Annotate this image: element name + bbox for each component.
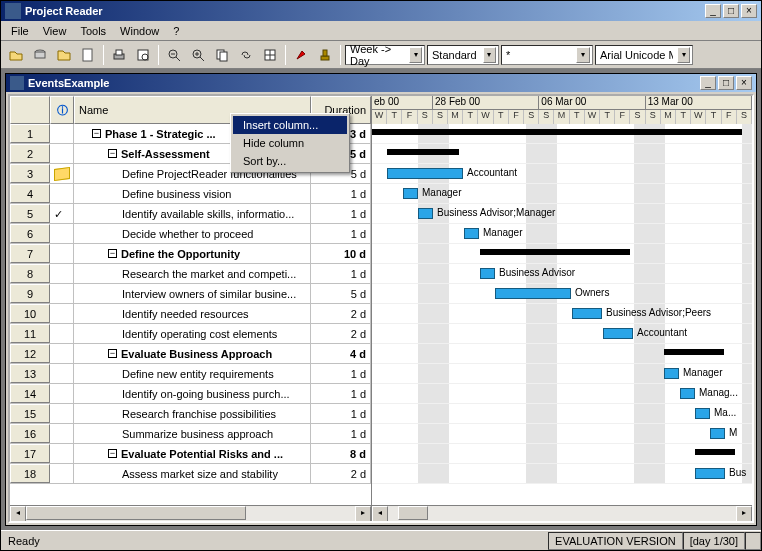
row-id[interactable]: 13: [10, 364, 50, 383]
column-header-id[interactable]: [10, 96, 50, 124]
table-row[interactable]: 10Identify needed resources2 d: [10, 304, 371, 324]
ctx-insert-column[interactable]: Insert column...: [233, 116, 347, 134]
ink-button[interactable]: [290, 44, 312, 66]
row-id[interactable]: 7: [10, 244, 50, 263]
titlebar[interactable]: Project Reader _ □ ×: [1, 1, 761, 21]
task-bar[interactable]: [572, 308, 602, 319]
row-id[interactable]: 6: [10, 224, 50, 243]
row-id[interactable]: 16: [10, 424, 50, 443]
row-id[interactable]: 9: [10, 284, 50, 303]
outline-toggle-icon[interactable]: −: [108, 149, 117, 158]
task-bar[interactable]: [464, 228, 479, 239]
table-row[interactable]: 7−Define the Opportunity10 d: [10, 244, 371, 264]
row-name[interactable]: Define business vision: [74, 184, 311, 203]
row-name[interactable]: Research franchise possibilities: [74, 404, 311, 423]
task-bar[interactable]: [495, 288, 571, 299]
table-row[interactable]: 8Research the market and competi...1 d: [10, 264, 371, 284]
row-id[interactable]: 18: [10, 464, 50, 483]
task-bar[interactable]: [695, 408, 710, 419]
table-row[interactable]: 11Identify operating cost elements2 d: [10, 324, 371, 344]
filter-combo[interactable]: Standard▾: [427, 45, 499, 65]
outline-toggle-icon[interactable]: −: [108, 249, 117, 258]
doc-button[interactable]: [77, 44, 99, 66]
row-name[interactable]: −Define the Opportunity: [74, 244, 311, 263]
outline-toggle-icon[interactable]: −: [108, 449, 117, 458]
menu-window[interactable]: Window: [114, 23, 165, 38]
table-row[interactable]: 5Identify available skills, informatio..…: [10, 204, 371, 224]
column-header-info[interactable]: ⓘ: [50, 96, 74, 124]
summary-bar[interactable]: [480, 249, 630, 255]
child-minimize-button[interactable]: _: [700, 76, 716, 90]
row-name[interactable]: Interview owners of similar busine...: [74, 284, 311, 303]
row-id[interactable]: 2: [10, 144, 50, 163]
menu-view[interactable]: View: [37, 23, 73, 38]
summary-bar[interactable]: [695, 449, 735, 455]
row-name[interactable]: Identify available skills, informatio...: [74, 204, 311, 223]
table-row[interactable]: 16Summarize business approach1 d: [10, 424, 371, 444]
row-id[interactable]: 12: [10, 344, 50, 363]
task-bar[interactable]: [710, 428, 725, 439]
ctx-sort-by[interactable]: Sort by...: [233, 152, 347, 170]
summary-bar[interactable]: [372, 129, 742, 135]
row-id[interactable]: 1: [10, 124, 50, 143]
row-id[interactable]: 8: [10, 264, 50, 283]
table-row[interactable]: 12−Evaluate Business Approach4 d: [10, 344, 371, 364]
row-name[interactable]: Identify needed resources: [74, 304, 311, 323]
folder-button[interactable]: [53, 44, 75, 66]
child-maximize-button[interactable]: □: [718, 76, 734, 90]
row-id[interactable]: 5: [10, 204, 50, 223]
task-bar[interactable]: [680, 388, 695, 399]
task-bar[interactable]: [695, 468, 725, 479]
maximize-button[interactable]: □: [723, 4, 739, 18]
menu-help[interactable]: ?: [167, 23, 185, 38]
print-button[interactable]: [108, 44, 130, 66]
row-id[interactable]: 11: [10, 324, 50, 343]
child-titlebar[interactable]: EventsExample _ □ ×: [6, 74, 756, 92]
stamp-button[interactable]: [314, 44, 336, 66]
database-button[interactable]: [29, 44, 51, 66]
row-name[interactable]: Decide whether to proceed: [74, 224, 311, 243]
font-combo[interactable]: Arial Unicode MS▾: [595, 45, 693, 65]
table-row[interactable]: 15Research franchise possibilities1 d: [10, 404, 371, 424]
zoom-combo[interactable]: Week -> Day▾: [345, 45, 425, 65]
table-row[interactable]: 18Assess market size and stability2 d: [10, 464, 371, 484]
row-id[interactable]: 14: [10, 384, 50, 403]
scroll-right-button[interactable]: ▸: [736, 506, 752, 521]
menu-tools[interactable]: Tools: [74, 23, 112, 38]
link-button[interactable]: [235, 44, 257, 66]
row-id[interactable]: 17: [10, 444, 50, 463]
table-row[interactable]: 13Define new entity requirements1 d: [10, 364, 371, 384]
table-row[interactable]: 6Decide whether to proceed1 d: [10, 224, 371, 244]
table-row[interactable]: 14Identify on-going business purch...1 d: [10, 384, 371, 404]
row-name[interactable]: Define new entity requirements: [74, 364, 311, 383]
copy-button[interactable]: [211, 44, 233, 66]
close-button[interactable]: ×: [741, 4, 757, 18]
task-bar[interactable]: [418, 208, 433, 219]
task-bar[interactable]: [664, 368, 679, 379]
task-bar[interactable]: [480, 268, 495, 279]
grid-h-scrollbar[interactable]: ◂ ▸: [10, 505, 371, 521]
scroll-left-button[interactable]: ◂: [10, 506, 26, 522]
child-close-button[interactable]: ×: [736, 76, 752, 90]
task-bar[interactable]: [603, 328, 633, 339]
row-name[interactable]: −Evaluate Potential Risks and ...: [74, 444, 311, 463]
scroll-thumb[interactable]: [398, 506, 428, 520]
table-row[interactable]: 9Interview owners of similar busine...5 …: [10, 284, 371, 304]
zoom-out-button[interactable]: [163, 44, 185, 66]
summary-bar[interactable]: [387, 149, 459, 155]
row-name[interactable]: Identify on-going business purch...: [74, 384, 311, 403]
row-name[interactable]: Research the market and competi...: [74, 264, 311, 283]
outline-toggle-icon[interactable]: −: [108, 349, 117, 358]
task-bar[interactable]: [403, 188, 418, 199]
scroll-right-button[interactable]: ▸: [355, 506, 371, 522]
row-name[interactable]: Summarize business approach: [74, 424, 311, 443]
minimize-button[interactable]: _: [705, 4, 721, 18]
row-id[interactable]: 15: [10, 404, 50, 423]
row-name[interactable]: Identify operating cost elements: [74, 324, 311, 343]
ctx-hide-column[interactable]: Hide column: [233, 134, 347, 152]
row-id[interactable]: 10: [10, 304, 50, 323]
grid-button[interactable]: [259, 44, 281, 66]
scroll-thumb[interactable]: [26, 506, 246, 520]
resize-grip[interactable]: [745, 532, 761, 550]
preview-button[interactable]: [132, 44, 154, 66]
